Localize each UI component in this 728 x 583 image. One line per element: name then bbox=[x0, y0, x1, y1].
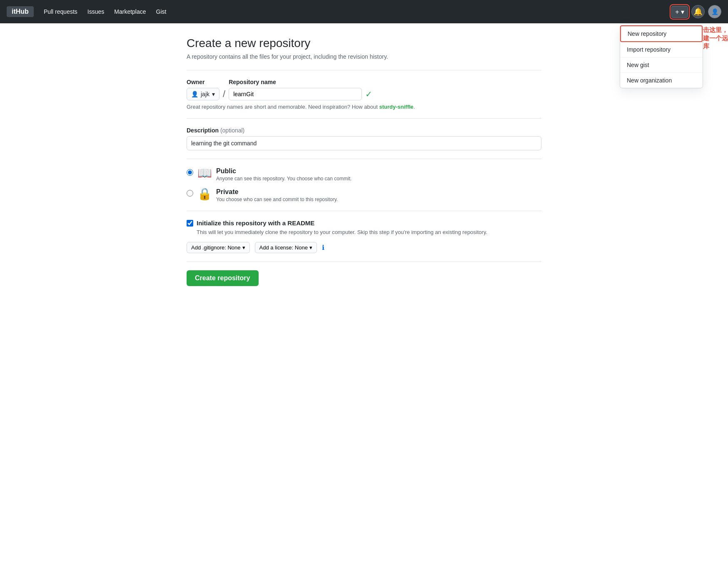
dropdown-new-gist[interactable]: New gist bbox=[620, 57, 703, 73]
dropdowns-row: Add .gitignore: None ▾ Add a license: No… bbox=[187, 242, 541, 253]
chevron-down-icon: ▾ bbox=[212, 91, 215, 97]
divider-bottom bbox=[187, 262, 541, 262]
init-label: Initialize this repository with a README bbox=[197, 219, 314, 227]
user-icon: 👤 bbox=[711, 8, 718, 15]
owner-icon: 👤 bbox=[191, 91, 198, 97]
create-repository-button[interactable]: Create repository bbox=[187, 270, 259, 286]
nav-gist[interactable]: Gist bbox=[156, 8, 167, 15]
license-select[interactable]: Add a license: None ▾ bbox=[255, 242, 317, 253]
repo-name-label: Repository name bbox=[229, 79, 372, 85]
page-subtitle: A repository contains all the files for … bbox=[187, 53, 541, 60]
divider-top bbox=[187, 70, 541, 70]
divider-init bbox=[187, 211, 541, 211]
public-repo-icon: 📖 bbox=[197, 167, 212, 179]
info-icon[interactable]: ℹ bbox=[322, 244, 324, 252]
navbar-actions: + ▾ 🔔 👤 bbox=[671, 5, 721, 18]
nav-pull-requests[interactable]: Pull requests bbox=[44, 8, 77, 15]
description-label: Description (optional) bbox=[187, 127, 541, 134]
divider-desc bbox=[187, 118, 541, 119]
nav-marketplace[interactable]: Marketplace bbox=[114, 8, 146, 15]
public-radio[interactable] bbox=[187, 169, 193, 176]
owner-label: Owner bbox=[187, 79, 219, 85]
new-button[interactable]: + ▾ bbox=[671, 6, 688, 18]
hint-link[interactable]: sturdy-sniffle bbox=[379, 104, 413, 110]
gitignore-chevron-icon: ▾ bbox=[242, 244, 245, 251]
hint-text: Great repository names are short and mem… bbox=[187, 104, 541, 110]
private-repo-icon: 🔒 bbox=[197, 188, 212, 200]
private-desc: You choose who can see and commit to thi… bbox=[216, 197, 338, 202]
slash-separator: / bbox=[223, 89, 225, 100]
user-avatar[interactable]: 👤 bbox=[708, 5, 721, 18]
dropdown-menu: New repository Import repository New gis… bbox=[620, 25, 703, 88]
dropdown-new-organization[interactable]: New organization bbox=[620, 73, 703, 88]
license-chevron-icon: ▾ bbox=[309, 244, 312, 251]
description-group: Description (optional) bbox=[187, 127, 541, 150]
gitignore-label: Add .gitignore: None bbox=[191, 244, 241, 251]
license-label: Add a license: None bbox=[259, 244, 308, 251]
owner-repo-row: Owner 👤 jajk ▾ / Repository name ✓ bbox=[187, 79, 541, 100]
repo-name-group: Repository name ✓ bbox=[229, 79, 372, 100]
nav-issues[interactable]: Issues bbox=[87, 8, 104, 15]
dropdown-import-repository[interactable]: Import repository bbox=[620, 42, 703, 57]
init-desc: This will let you immediately clone the … bbox=[197, 229, 541, 235]
brand-logo: itHub bbox=[7, 6, 34, 17]
private-radio[interactable] bbox=[187, 190, 193, 197]
avatar-button[interactable]: 🔔 bbox=[691, 5, 705, 18]
owner-value: jajk bbox=[201, 91, 209, 97]
divider-visibility bbox=[187, 159, 541, 159]
public-option: 📖 Public Anyone can see this repository.… bbox=[187, 167, 541, 182]
page-title: Create a new repository bbox=[187, 37, 541, 50]
private-label: Private bbox=[216, 188, 338, 196]
public-desc: Anyone can see this repository. You choo… bbox=[216, 176, 352, 182]
visibility-group: 📖 Public Anyone can see this repository.… bbox=[187, 167, 541, 202]
description-input[interactable] bbox=[187, 136, 541, 150]
init-checkbox[interactable] bbox=[187, 220, 193, 227]
gitignore-select[interactable]: Add .gitignore: None ▾ bbox=[187, 242, 250, 253]
private-option: 🔒 Private You choose who can see and com… bbox=[187, 188, 541, 202]
dropdown-new-repository[interactable]: New repository bbox=[620, 25, 703, 42]
owner-select[interactable]: 👤 jajk ▾ bbox=[187, 88, 219, 100]
init-row: Initialize this repository with a README bbox=[187, 219, 541, 227]
checkmark-icon: ✓ bbox=[365, 89, 372, 99]
main-content: Create a new repository A repository con… bbox=[177, 37, 551, 286]
public-label: Public bbox=[216, 167, 352, 175]
navbar: itHub Pull requests Issues Marketplace G… bbox=[0, 0, 728, 23]
init-section: Initialize this repository with a README… bbox=[187, 219, 541, 235]
owner-group: Owner 👤 jajk ▾ bbox=[187, 79, 219, 100]
bell-icon: 🔔 bbox=[693, 7, 703, 16]
repo-name-input[interactable] bbox=[229, 88, 362, 100]
nav-links: Pull requests Issues Marketplace Gist bbox=[44, 8, 671, 15]
